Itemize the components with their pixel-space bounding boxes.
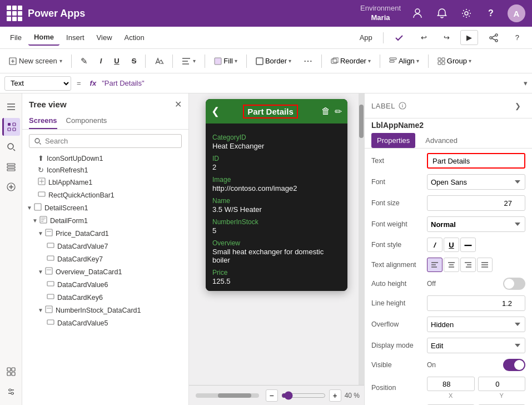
tree-list: ⬆ IconSortUpDown1 ↻ IconRefresh1 LblAppN…: [22, 152, 188, 405]
back-button[interactable]: ❮: [211, 105, 220, 117]
align-right-btn[interactable]: [460, 258, 476, 272]
avatar[interactable]: A: [508, 4, 525, 22]
delete-button[interactable]: 🗑: [321, 106, 330, 117]
tree-item[interactable]: DataCardValue6: [22, 278, 188, 291]
property-select[interactable]: Text: [4, 76, 71, 91]
left-icon-search[interactable]: [2, 138, 20, 156]
text-input[interactable]: [427, 153, 525, 169]
fx-button[interactable]: fx: [87, 79, 100, 87]
tab-screens[interactable]: Screens: [29, 113, 57, 129]
tree-item[interactable]: ⬆ IconSortUpDown1: [22, 152, 188, 164]
tree-item[interactable]: ↻ IconRefresh1: [22, 164, 188, 176]
displaymode-select[interactable]: Edit View Disabled: [427, 338, 525, 353]
menu-view[interactable]: View: [91, 30, 118, 45]
left-icon-menu[interactable]: [2, 98, 20, 116]
more-dropdown[interactable]: ⋯: [299, 53, 317, 68]
tree-item-numberinstock-datacard1[interactable]: ▼ NumberInStock_DataCard1: [22, 304, 188, 317]
tree-item[interactable]: DataCardKey6: [22, 291, 188, 304]
tree-item[interactable]: DataCardValue7: [22, 240, 188, 253]
underline-button[interactable]: U: [110, 55, 123, 67]
border-dropdown[interactable]: Border ▾: [251, 55, 296, 67]
strikethrough-style-btn[interactable]: —: [460, 238, 476, 252]
tree-item[interactable]: RectQuickActionBar1: [22, 189, 188, 201]
left-icon-settings[interactable]: [2, 383, 20, 401]
menu-home[interactable]: Home: [28, 29, 59, 46]
tree-item-price-datacard1[interactable]: ▼ Price_DataCard1: [22, 227, 188, 240]
menu-insert[interactable]: Insert: [61, 30, 90, 45]
left-icon-data[interactable]: [2, 158, 20, 176]
props-expand-button[interactable]: ❯: [510, 98, 525, 113]
align-justify-btn[interactable]: [477, 258, 493, 272]
overflow-select[interactable]: Hidden Scroll: [427, 317, 525, 332]
settings-icon[interactable]: [459, 6, 474, 21]
zoom-in-button[interactable]: +: [329, 389, 341, 402]
text-format-button[interactable]: ✎: [76, 54, 92, 68]
align-left-btn[interactable]: [427, 258, 442, 272]
tab-advanced[interactable]: Advanced: [420, 133, 463, 148]
redo-button[interactable]: ↪: [437, 30, 456, 45]
lineheight-input[interactable]: [427, 295, 525, 311]
share-button[interactable]: [483, 29, 505, 46]
font-select[interactable]: Open Sans: [427, 174, 525, 190]
tab-properties[interactable]: Properties: [371, 133, 415, 148]
zoom-slider[interactable]: [281, 391, 326, 400]
tree-item[interactable]: DataCardValue5: [22, 317, 188, 329]
align-dropdown[interactable]: Align ▾: [385, 55, 424, 67]
undo-button[interactable]: ↩: [415, 30, 433, 45]
menubar-help[interactable]: ?: [509, 30, 525, 45]
tree-item[interactable]: LblAppName1: [22, 176, 188, 189]
reorder-dropdown[interactable]: Reorder ▾: [326, 55, 375, 67]
tree-item[interactable]: DataCardKey7: [22, 253, 188, 265]
tab-components[interactable]: Components: [66, 113, 107, 129]
left-icon-component[interactable]: [2, 363, 20, 381]
waffle-icon[interactable]: [7, 6, 22, 21]
fontsize-input[interactable]: [427, 195, 525, 211]
new-screen-button[interactable]: New screen ▾: [4, 55, 67, 67]
bell-icon[interactable]: [434, 6, 450, 21]
people-icon[interactable]: [410, 6, 425, 21]
svg-rect-13: [442, 58, 445, 61]
fill-dropdown[interactable]: Fill ▾: [210, 55, 242, 67]
group-dropdown[interactable]: Group ▾: [433, 55, 476, 67]
italic-button[interactable]: I: [96, 55, 107, 67]
position-x-input[interactable]: [427, 377, 475, 391]
check-button[interactable]: [388, 29, 410, 46]
help-icon[interactable]: ?: [483, 6, 499, 21]
menu-file[interactable]: File: [4, 30, 27, 45]
underline-style-btn[interactable]: U: [444, 238, 459, 252]
tree-item-overview-datacard1[interactable]: ▼ Overview_DataCard1: [22, 265, 188, 278]
tree-item-detailform1[interactable]: ▼ DetailForm1: [22, 214, 188, 227]
run-button[interactable]: ▶: [460, 30, 478, 45]
canvas-bottom: − + 40 %: [189, 385, 364, 405]
align-button[interactable]: ▾: [177, 55, 200, 67]
zoom-out-button[interactable]: −: [266, 389, 278, 402]
canvas-hscroll[interactable]: [196, 393, 259, 398]
tree-close-button[interactable]: ✕: [175, 99, 182, 110]
canvas-scroll[interactable]: ❮ Part Details 🗑 ✏ CategoryID Heat Excha…: [189, 93, 364, 385]
field-value-id: 2: [212, 163, 341, 171]
formula-expand-icon[interactable]: ▾: [524, 79, 528, 87]
app-button[interactable]: App: [354, 30, 379, 45]
visible-toggle[interactable]: [503, 359, 525, 371]
svg-point-29: [9, 389, 11, 391]
position-y-input[interactable]: [478, 377, 526, 391]
field-label-image: Image: [212, 176, 341, 184]
search-input[interactable]: [45, 137, 177, 145]
left-icon-tree[interactable]: [2, 118, 20, 136]
svg-rect-15: [442, 62, 445, 65]
italic-style-btn[interactable]: /: [427, 238, 442, 252]
tree-item-detailscreen1[interactable]: ▼ DetailScreen1: [22, 201, 188, 214]
font-size-button[interactable]: [150, 55, 168, 68]
canvas-vscroll[interactable]: [359, 93, 364, 385]
fontweight-select[interactable]: Normal: [427, 216, 525, 232]
info-icon: [399, 102, 406, 110]
left-icon-add[interactable]: [2, 178, 20, 196]
rect-icon: [38, 190, 46, 200]
align-center-btn[interactable]: [444, 258, 459, 272]
app-title: Power Apps: [28, 8, 85, 19]
edit-button[interactable]: ✏: [335, 106, 342, 117]
autoheight-toggle[interactable]: [503, 278, 525, 290]
menu-action[interactable]: Action: [119, 30, 150, 45]
strikethrough-button[interactable]: S: [127, 55, 141, 67]
formula-input[interactable]: [102, 76, 521, 91]
